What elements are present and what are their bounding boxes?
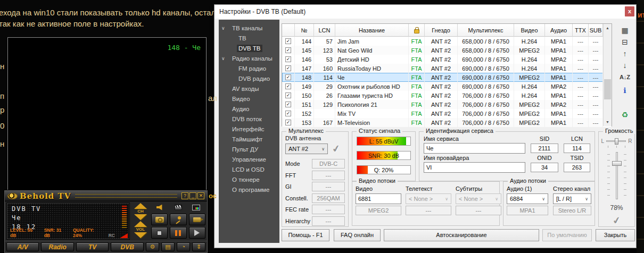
- close-button[interactable]: Закрыть: [596, 229, 635, 241]
- antenna-select[interactable]: ANT #2 ∨: [285, 144, 328, 154]
- scrollbar-thumb[interactable]: [604, 79, 611, 99]
- sidebar-item[interactable]: Аудио: [219, 104, 279, 114]
- channel-row[interactable]: ✓15026Глазами туриста HDFTAANT #2706,000…: [282, 91, 612, 100]
- channel-row[interactable]: ✓148114ЧеFTAANT #2690,000 / 8 / 6750MPEG…: [282, 73, 612, 82]
- select-all-icon[interactable]: ▦: [618, 26, 632, 35]
- stereo-mode-select[interactable]: [L / R] ∨: [553, 193, 591, 204]
- move-down-icon[interactable]: ↓: [618, 61, 632, 70]
- display-icon[interactable]: [192, 205, 200, 210]
- chevron-down-icon[interactable]: ∨: [221, 54, 225, 64]
- checkbox-checked-icon[interactable]: ✓: [285, 111, 291, 116]
- refresh-list-icon[interactable]: ♻: [618, 111, 632, 120]
- audio-pid-select[interactable]: 6884 ∨: [507, 193, 548, 204]
- encryption-column-header[interactable]: [409, 24, 425, 37]
- channel-info-icon[interactable]: ℹ: [618, 86, 632, 95]
- scroll-down-icon[interactable]: ▼: [604, 118, 612, 126]
- channel-up-button[interactable]: [134, 203, 147, 209]
- sort-az-icon[interactable]: A↓Z: [618, 73, 632, 82]
- column-header-video[interactable]: Видео: [514, 24, 545, 37]
- sidebar-item[interactable]: ∨ТВ каналы: [219, 23, 279, 33]
- column-header-name[interactable]: Название: [335, 24, 409, 37]
- sidebar-item[interactable]: FM радио: [219, 64, 279, 74]
- mode-button[interactable]: DVB: [111, 242, 143, 251]
- sidebar-item[interactable]: DVB поток: [219, 114, 279, 124]
- scroll-up-icon[interactable]: ▲: [604, 24, 612, 32]
- snapshot-button[interactable]: [151, 214, 168, 225]
- filmstrip-icon[interactable]: ▤: [161, 242, 175, 251]
- record-video-button[interactable]: [189, 214, 205, 225]
- channel-row[interactable]: ✓14653Детский HDFTAANT #2690,000 / 8 / 6…: [282, 55, 612, 64]
- column-header-num[interactable]: №: [295, 24, 314, 37]
- checkbox-checked-icon[interactable]: ✓: [285, 38, 291, 44]
- checkbox-checked-icon[interactable]: ✓: [285, 74, 291, 80]
- sidebar-item[interactable]: DVB радио: [219, 74, 279, 84]
- sidebar-item[interactable]: Управление: [219, 155, 279, 165]
- apply-antenna-icon[interactable]: ✔: [331, 142, 341, 156]
- service-name-input[interactable]: [424, 143, 525, 154]
- clapperboard-icon[interactable]: [175, 205, 182, 210]
- checkbox-checked-icon[interactable]: ✓: [285, 92, 291, 98]
- sidebar-item[interactable]: О тюнере: [219, 175, 279, 185]
- checkbox-checked-icon[interactable]: ✓: [285, 47, 291, 53]
- pause-button[interactable]: [170, 227, 186, 239]
- record-audio-button[interactable]: [170, 214, 186, 225]
- checkbox-checked-icon[interactable]: ✓: [285, 120, 291, 125]
- wrench-icon[interactable]: ⚙: [146, 242, 159, 251]
- balance-track[interactable]: [606, 140, 626, 142]
- sidebar-item[interactable]: DVB ТВ: [219, 44, 279, 54]
- column-header-ttx[interactable]: TTX: [573, 24, 589, 37]
- channel-row[interactable]: ✓14457Jim JamFTAANT #2658,000 / 8 / 6750…: [282, 37, 612, 46]
- video-pid-input[interactable]: [356, 193, 401, 204]
- provider-name-input[interactable]: [424, 162, 525, 173]
- channel-row[interactable]: ✓147160RussiaToday HDFTAANT #2690,000 / …: [282, 64, 612, 73]
- column-header-sub[interactable]: SUB: [589, 24, 603, 37]
- mode-button[interactable]: TV: [76, 242, 109, 251]
- checkbox-checked-icon[interactable]: ✓: [285, 102, 291, 107]
- channel-row[interactable]: ✓145123Nat Geo WildFTAANT #2658,000 / 8 …: [282, 46, 612, 55]
- volume-track[interactable]: [616, 152, 618, 199]
- checkbox-checked-icon[interactable]: ✓: [285, 83, 291, 89]
- apply-volume-icon[interactable]: ✔: [612, 214, 622, 227]
- behold-titlebar[interactable]: Behold TV ?_✕: [5, 191, 207, 201]
- dialog-close-button[interactable]: x: [625, 6, 634, 16]
- stop-button[interactable]: [151, 227, 168, 239]
- channel-row[interactable]: ✓14929Охотник и рыболов HDFTAANT #2690,0…: [282, 82, 612, 91]
- balance-slider[interactable]: L R: [601, 138, 632, 144]
- list-remove-icon[interactable]: ⊟: [618, 38, 632, 47]
- sidebar-item[interactable]: ТВ: [219, 33, 279, 44]
- mode-button[interactable]: Radio: [41, 242, 73, 251]
- column-header-lcn[interactable]: LCN: [314, 24, 335, 37]
- channel-row[interactable]: ✓152Mix TVFTAANT #2706,000 / 8 / 6750MPE…: [282, 109, 612, 118]
- help-button[interactable]: Помощь - F1: [282, 229, 329, 241]
- autoscan-button[interactable]: Автосканирование: [384, 229, 539, 241]
- updown-arrows-icon[interactable]: ⇕: [192, 242, 205, 251]
- sidebar-item[interactable]: О программе: [219, 185, 279, 195]
- sidebar-item[interactable]: Пульт ДУ: [219, 145, 279, 155]
- dialog-titlebar[interactable]: Настройки - DVB ТВ (Default) x: [214, 5, 636, 19]
- move-up-icon[interactable]: ↑: [618, 49, 632, 58]
- volume-thumb[interactable]: [612, 161, 622, 166]
- sidebar-item[interactable]: AV входы: [219, 84, 279, 94]
- channel-row[interactable]: ✓153167M-TelevisionFTAANT #2706,000 / 8 …: [282, 118, 612, 127]
- column-header-chk[interactable]: [282, 24, 295, 37]
- chevron-down-icon[interactable]: ∨: [221, 23, 225, 33]
- checkbox-checked-icon[interactable]: ✓: [285, 65, 291, 71]
- table-scrollbar[interactable]: ▲ ▼: [603, 24, 612, 126]
- column-header-mux[interactable]: Мультиплекс: [458, 24, 514, 37]
- behold-close-button[interactable]: ✕: [197, 192, 204, 199]
- volume-up-button[interactable]: [134, 221, 147, 227]
- play-button[interactable]: [189, 227, 205, 239]
- column-header-socket[interactable]: Гнездо: [425, 24, 458, 37]
- speaker-icon[interactable]: [156, 205, 164, 210]
- column-header-audio[interactable]: Аудио: [545, 24, 573, 37]
- scheduler-clock-icon[interactable]: ◔: [177, 242, 190, 251]
- channel-row[interactable]: ✓151129Психология 21FTAANT #2706,000 / 8…: [282, 100, 612, 109]
- sidebar-item[interactable]: Видео: [219, 94, 279, 104]
- volume-slider[interactable]: [605, 152, 629, 199]
- volume-down-button[interactable]: [134, 232, 147, 238]
- channel-down-button[interactable]: [134, 214, 147, 220]
- mode-button[interactable]: A/V: [6, 242, 39, 251]
- behold-help-button[interactable]: ?: [181, 192, 188, 199]
- faq-online-button[interactable]: FAQ онлайн: [334, 229, 381, 241]
- sidebar-item[interactable]: Интерфейс: [219, 124, 279, 134]
